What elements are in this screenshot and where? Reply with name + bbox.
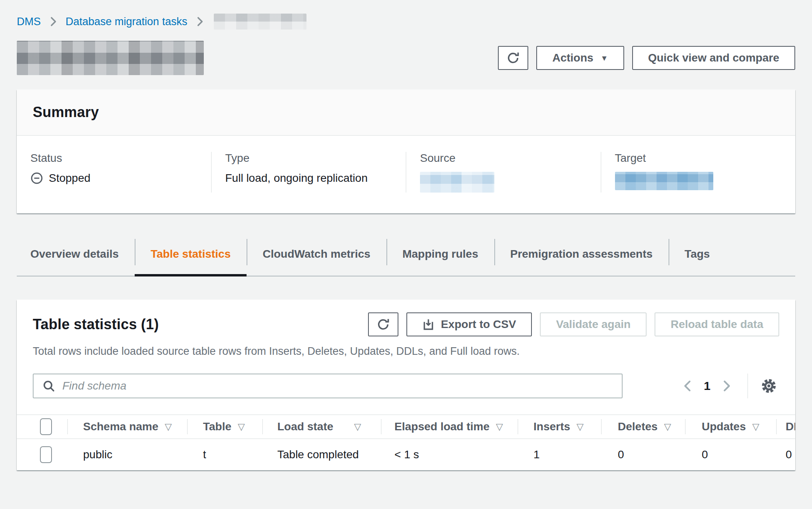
column-header-ddls[interactable]: DDLs <box>776 415 795 438</box>
validate-again-label: Validate again <box>556 318 631 331</box>
quick-view-compare-button[interactable]: Quick view and compare <box>632 46 795 70</box>
quick-view-compare-label: Quick view and compare <box>648 52 779 64</box>
column-label: Inserts <box>533 420 570 433</box>
column-header-table[interactable]: Table ▽ <box>187 415 262 438</box>
cell-load-state: Table completed <box>262 439 381 470</box>
column-header-deletes[interactable]: Deletes ▽ <box>601 415 685 438</box>
search-icon <box>42 380 55 392</box>
summary-status-column: Status Stopped <box>17 152 211 193</box>
pager-divider <box>747 374 748 398</box>
status-text: Stopped <box>49 172 90 185</box>
previous-page-icon[interactable] <box>679 377 697 395</box>
target-label: Target <box>615 152 796 165</box>
table-statistics-title: Table statistics (1) <box>33 316 159 333</box>
header-toolbar: Actions ▼ Quick view and compare <box>498 46 795 70</box>
find-schema-search-box <box>33 374 623 398</box>
chevron-right-icon <box>195 16 204 28</box>
sort-down-icon[interactable]: ▽ <box>354 422 361 432</box>
refresh-icon <box>376 318 390 331</box>
table-controls-row: 1 <box>17 374 795 398</box>
summary-title: Summary <box>33 104 779 121</box>
column-header-inserts[interactable]: Inserts ▽ <box>517 415 601 438</box>
sort-down-icon[interactable]: ▽ <box>577 422 584 432</box>
actions-button[interactable]: Actions ▼ <box>536 46 624 70</box>
sort-down-icon[interactable]: ▽ <box>752 422 759 432</box>
task-detail-tabs: Overview details Table statistics CloudW… <box>17 238 795 276</box>
tab-cloudwatch-metrics[interactable]: CloudWatch metrics <box>247 238 386 276</box>
summary-target-column: Target <box>601 152 796 193</box>
table-statistics-panel: Table statistics (1) Export to CSV <box>17 300 795 470</box>
table-statistics-description: Total rows include loaded source table r… <box>17 345 795 358</box>
settings-gear-icon[interactable] <box>758 376 779 396</box>
validate-again-button[interactable]: Validate again <box>540 312 647 336</box>
tab-premigration-assessments[interactable]: Premigration assessments <box>494 238 669 276</box>
table-header-row: Schema name ▽ Table ▽ Load state ▽ Elaps… <box>17 414 795 439</box>
column-header-elapsed-load-time[interactable]: Elapsed load time ▽ <box>381 415 517 438</box>
cell-deletes: 0 <box>601 439 685 470</box>
row-checkbox[interactable] <box>40 446 52 463</box>
find-schema-input[interactable] <box>62 374 613 398</box>
column-label: Table <box>203 420 231 433</box>
cell-ddls: 0 <box>776 439 795 470</box>
column-header-updates[interactable]: Updates ▽ <box>685 415 776 438</box>
column-label: Schema name <box>83 420 158 433</box>
type-value: Full load, ongoing replication <box>225 172 406 185</box>
table-statistics-actions: Export to CSV Validate again Reload tabl… <box>368 312 779 336</box>
source-endpoint-link-redacted[interactable] <box>420 172 494 193</box>
select-all-cell <box>17 415 67 438</box>
next-page-icon[interactable] <box>718 377 735 395</box>
breadcrumb: DMS Database migration tasks <box>17 0 795 30</box>
stopped-circle-minus-icon <box>30 172 43 185</box>
caret-down-icon: ▼ <box>601 54 608 62</box>
row-select-cell <box>17 439 67 470</box>
table-statistics-table: Schema name ▽ Table ▽ Load state ▽ Elaps… <box>17 414 795 470</box>
tab-table-statistics[interactable]: Table statistics <box>135 238 247 276</box>
cell-updates: 0 <box>685 439 776 470</box>
cell-schema-name: public <box>67 439 187 470</box>
summary-source-column: Source <box>406 152 601 193</box>
summary-body: Status Stopped Type Full load, ongoing r… <box>17 136 795 213</box>
export-to-csv-button[interactable]: Export to CSV <box>406 312 532 336</box>
select-all-checkbox[interactable] <box>40 418 52 435</box>
cell-table: t <box>187 439 262 470</box>
breadcrumb-current-redacted <box>214 14 306 30</box>
refresh-button[interactable] <box>498 46 528 70</box>
task-name-redacted <box>17 41 204 75</box>
status-label: Status <box>30 152 211 165</box>
column-header-schema-name[interactable]: Schema name ▽ <box>67 415 187 438</box>
cell-inserts: 1 <box>517 439 601 470</box>
cell-elapsed-load-time: < 1 s <box>381 439 517 470</box>
sort-down-icon[interactable]: ▽ <box>165 422 172 432</box>
summary-panel: Summary Status Stopped Type Full load, o… <box>17 89 795 213</box>
summary-panel-header: Summary <box>17 89 795 136</box>
actions-button-label: Actions <box>552 52 593 64</box>
sort-down-icon[interactable]: ▽ <box>496 422 503 432</box>
reload-table-data-button[interactable]: Reload table data <box>655 312 779 336</box>
tab-overview-details[interactable]: Overview details <box>17 238 135 276</box>
sort-down-icon[interactable]: ▽ <box>238 422 245 432</box>
column-label: Load state <box>277 420 333 433</box>
breadcrumb-link-dms[interactable]: DMS <box>17 16 41 28</box>
table-statistics-header: Table statistics (1) Export to CSV <box>17 312 795 336</box>
column-label: Elapsed load time <box>394 420 490 433</box>
tab-mapping-rules[interactable]: Mapping rules <box>386 238 494 276</box>
column-label: Deletes <box>618 420 658 433</box>
download-icon <box>422 318 434 330</box>
table-refresh-button[interactable] <box>368 312 398 336</box>
type-label: Type <box>225 152 406 165</box>
summary-type-column: Type Full load, ongoing replication <box>211 152 406 193</box>
column-header-load-state[interactable]: Load state ▽ <box>262 415 381 438</box>
table-row[interactable]: public t Table completed < 1 s 1 0 0 0 <box>17 439 795 470</box>
dms-task-page: DMS Database migration tasks Actions <box>0 0 812 509</box>
target-endpoint-link-redacted[interactable] <box>615 172 713 190</box>
chevron-right-icon <box>49 16 58 28</box>
refresh-icon <box>506 51 520 65</box>
sort-down-icon[interactable]: ▽ <box>664 422 671 432</box>
breadcrumb-link-tasks[interactable]: Database migration tasks <box>66 16 187 28</box>
tab-tags[interactable]: Tags <box>669 238 726 276</box>
export-to-csv-label: Export to CSV <box>441 318 516 331</box>
reload-table-data-label: Reload table data <box>671 318 763 331</box>
current-page-number[interactable]: 1 <box>704 379 710 393</box>
pagination: 1 <box>679 374 779 398</box>
column-label: Updates <box>702 420 746 433</box>
